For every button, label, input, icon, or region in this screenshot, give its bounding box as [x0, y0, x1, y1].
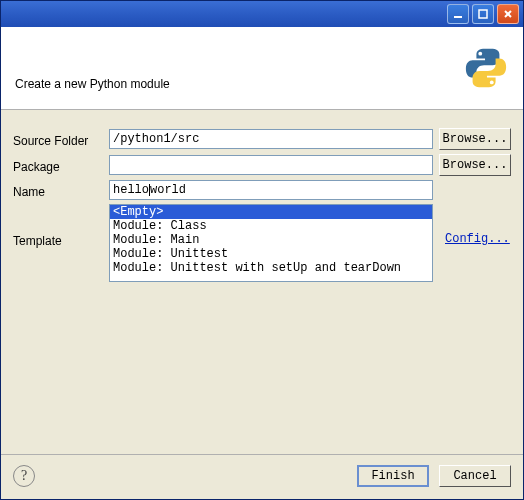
banner-text: Create a new Python module	[15, 77, 170, 91]
template-item[interactable]: Module: Class	[110, 219, 432, 233]
browse-source-folder-button[interactable]: Browse...	[439, 128, 511, 150]
minimize-icon	[453, 9, 463, 19]
template-item[interactable]: Module: Unittest	[110, 247, 432, 261]
template-item[interactable]: Module: Main	[110, 233, 432, 247]
titlebar	[1, 1, 523, 27]
package-label: Package	[13, 157, 109, 174]
svg-rect-1	[479, 10, 487, 18]
cancel-button[interactable]: Cancel	[439, 465, 511, 487]
config-link[interactable]: Config...	[439, 232, 510, 246]
svg-point-4	[478, 52, 482, 56]
minimize-button[interactable]	[447, 4, 469, 24]
close-button[interactable]	[497, 4, 519, 24]
dialog-banner: Create a new Python module	[1, 27, 523, 110]
package-input[interactable]	[109, 155, 433, 175]
template-item[interactable]: Module: Unittest with setUp and tearDown	[110, 261, 432, 275]
python-logo-icon	[463, 45, 509, 91]
template-item[interactable]: <Empty>	[110, 205, 432, 219]
name-input[interactable]: helloworld	[109, 180, 433, 200]
name-value-post: world	[150, 183, 186, 197]
maximize-button[interactable]	[472, 4, 494, 24]
svg-point-5	[490, 80, 494, 84]
name-label: Name	[13, 182, 109, 199]
finish-button[interactable]: Finish	[357, 465, 429, 487]
close-icon	[503, 9, 513, 19]
browse-package-button[interactable]: Browse...	[439, 154, 511, 176]
dialog-button-bar: ? Finish Cancel	[1, 454, 523, 499]
dialog-content: Source Folder Browse... Package Browse..…	[1, 110, 523, 454]
help-button[interactable]: ?	[13, 465, 35, 487]
maximize-icon	[478, 9, 488, 19]
dialog-window: Create a new Python module Source Folder…	[0, 0, 524, 500]
name-value-pre: hello	[113, 183, 149, 197]
source-folder-label: Source Folder	[13, 131, 109, 148]
svg-rect-0	[454, 16, 462, 18]
source-folder-input[interactable]	[109, 129, 433, 149]
template-list[interactable]: <Empty>Module: ClassModule: MainModule: …	[109, 204, 433, 282]
template-label: Template	[13, 204, 109, 248]
